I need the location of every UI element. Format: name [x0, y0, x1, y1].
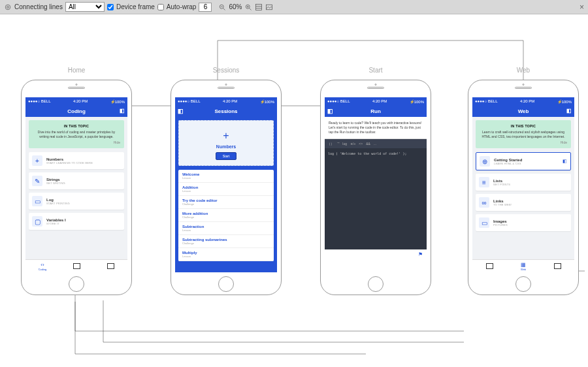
back-icon[interactable]: ◧ [178, 108, 184, 114]
frame-label-start: Start [320, 67, 431, 74]
auto-wrap-label: Auto-wrap [167, 3, 197, 10]
nav-header: Web◧ [472, 105, 574, 117]
device-frame-checkbox[interactable] [107, 4, 114, 10]
run-description: Ready to learn to code? We'll teach you … [325, 117, 427, 139]
tab-web[interactable]: ▦Web [506, 260, 540, 272]
svg-line-6 [250, 8, 252, 10]
list-item[interactable]: ≡ListsGET POINTS [476, 174, 571, 191]
box-icon: ▢ [32, 216, 42, 227]
tab-hotspot-2[interactable] [540, 260, 574, 272]
tab-hotspot-2[interactable] [93, 260, 127, 272]
flag-icon[interactable]: ⚑ [418, 251, 423, 257]
frame-label-sessions: Sessions [171, 67, 282, 74]
bookmark-icon: ◧ [563, 159, 567, 164]
list-item[interactable]: ∞LinksTO THE WEB! [476, 194, 571, 211]
hide-link[interactable]: Hide [33, 140, 120, 144]
list-item[interactable]: WelcomeLesson [178, 170, 274, 183]
list-item[interactable]: AdditionLesson [178, 183, 274, 196]
device-frame-label: Device frame [116, 3, 155, 10]
tab-bar: ‹›Coding [25, 259, 127, 272]
svg-line-3 [223, 8, 225, 10]
close-icon[interactable]: × [580, 3, 584, 12]
toolbar: Connecting lines All Device frame Auto-w… [0, 0, 588, 14]
list-item[interactable]: MultiplyLesson [178, 248, 274, 261]
session-header-card: + Numbers Start [178, 120, 274, 166]
svg-rect-9 [256, 4, 262, 10]
auto-wrap-checkbox[interactable] [157, 4, 164, 10]
plus-icon: + [183, 130, 269, 142]
nav-header: ◧Sessions [175, 105, 277, 117]
frame-label-web: Web [468, 67, 579, 74]
list-item[interactable]: More additionChallenge [178, 209, 274, 222]
zoom-level: 60% [229, 3, 242, 10]
frame-start: ●●●●○ BELL4:20 PM⚡100% ◧Run Ready to lea… [320, 80, 431, 295]
log-icon: ▭ [32, 196, 42, 206]
list-item[interactable]: Try the code editorChallenge [178, 196, 274, 209]
list-item[interactable]: ✎StringsGET WRITING [29, 172, 124, 189]
grid-icon[interactable] [255, 3, 263, 11]
start-button[interactable]: Start [216, 152, 237, 160]
status-bar: ●●●●○ BELL4:20 PM⚡100% [25, 97, 127, 105]
hide-link[interactable]: Hide [480, 140, 567, 144]
code-editor[interactable]: log ( 'Welcome to the world of code!' ); [325, 148, 427, 249]
back-icon[interactable]: ◧ [327, 108, 333, 114]
gear-icon[interactable] [4, 3, 12, 11]
topic-banner: IN THIS TOPIC Dive into the world of cod… [29, 120, 124, 148]
frame-web: ●●●●○ BELL4:20 PM⚡100% Web◧ IN THIS TOPI… [468, 80, 579, 295]
tab-hotspot-1[interactable] [472, 260, 506, 272]
status-bar: ●●●●○ BELL4:20 PM⚡100% [472, 97, 574, 105]
tab-bar: ▦Web [472, 259, 574, 272]
tab-coding[interactable]: ‹›Coding [25, 260, 59, 272]
bookmark-icon[interactable]: ◧ [120, 108, 125, 114]
connecting-lines-label: Connecting lines [14, 3, 63, 10]
frame-home: ●●●●○ BELL4:20 PM⚡100% Coding◧ IN THIS T… [21, 80, 132, 295]
connecting-lines-filter[interactable]: All [65, 2, 105, 12]
zoom-out-icon[interactable] [218, 3, 226, 11]
frame-label-home: Home [21, 67, 132, 74]
list-icon: ≡ [479, 177, 489, 187]
status-bar: ●●●●○ BELL4:20 PM⚡100% [175, 97, 277, 105]
svg-point-1 [7, 6, 9, 8]
globe-icon: ⊕ [480, 156, 490, 167]
bookmark-icon[interactable]: ◧ [566, 108, 572, 114]
list-item[interactable]: ▭ImagesPICTURES [476, 214, 571, 231]
list-item[interactable]: +NumbersSTART LEARNING TO CODE HERE [29, 152, 124, 169]
code-toolbar: ｛｝“”log∗/+<>&&... [325, 139, 427, 148]
zoom-in-icon[interactable] [244, 3, 252, 11]
nav-header: ◧Run [325, 105, 427, 117]
topic-banner: IN THIS TOPIC Learn to craft well-struct… [476, 120, 571, 148]
link-icon: ∞ [479, 197, 489, 208]
list-item[interactable]: SubtractionLesson [178, 222, 274, 235]
svg-point-0 [5, 5, 10, 10]
plus-icon: + [32, 155, 42, 166]
svg-rect-12 [267, 5, 272, 10]
list-item[interactable]: ▭LogSTART PRINTING [29, 193, 124, 210]
status-bar: ●●●●○ BELL4:20 PM⚡100% [325, 97, 427, 105]
list-item[interactable]: ⊕Getting StartedLEARN HTML & CSS◧ [476, 152, 571, 170]
nav-header: Coding◧ [25, 105, 127, 117]
tab-hotspot-1[interactable] [59, 260, 93, 272]
list-item[interactable]: ▢Variables ISTORE IT [29, 213, 124, 230]
image-icon: ▭ [479, 217, 489, 228]
session-list: WelcomeLesson AdditionLesson Try the cod… [178, 170, 274, 261]
canvas[interactable]: Home Sessions Start Web ●●●●○ BELL4:20 P… [0, 14, 588, 367]
frame-sessions: ●●●●○ BELL4:20 PM⚡100% ◧Sessions + Numbe… [171, 80, 282, 295]
list-item[interactable]: Subtracting submarinesChallenge [178, 235, 274, 248]
pencil-icon: ✎ [32, 176, 42, 186]
flag-bar: ⚑ [325, 249, 427, 259]
auto-wrap-value[interactable] [199, 3, 212, 12]
image-icon[interactable] [265, 3, 273, 11]
